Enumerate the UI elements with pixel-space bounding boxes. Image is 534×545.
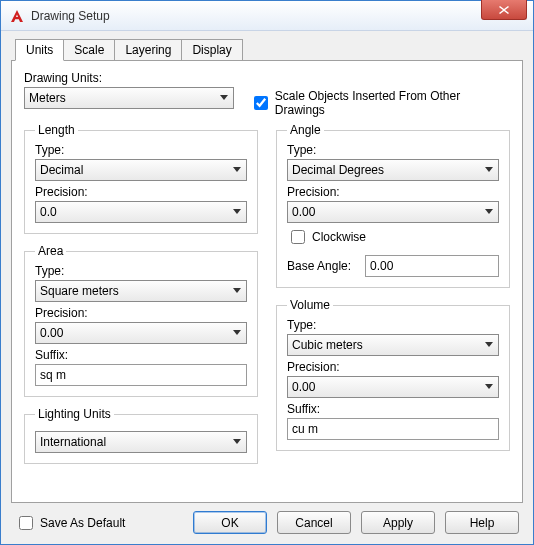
angle-legend: Angle	[287, 123, 324, 137]
length-group: Length Type: Decimal Precision: 0.0	[24, 123, 258, 234]
save-default-checkbox[interactable]: Save As Default	[15, 513, 125, 533]
volume-legend: Volume	[287, 298, 333, 312]
footer: Save As Default OK Cancel Apply Help	[11, 503, 523, 534]
volume-type-combo[interactable]: Cubic meters	[287, 334, 499, 356]
clockwise-input[interactable]	[291, 230, 305, 244]
angle-precision-combo[interactable]: 0.00	[287, 201, 499, 223]
right-column: Angle Type: Decimal Degrees Precision: 0…	[276, 123, 510, 464]
ok-button[interactable]: OK	[193, 511, 267, 534]
clockwise-checkbox[interactable]: Clockwise	[287, 227, 499, 247]
tab-layering[interactable]: Layering	[115, 39, 182, 61]
area-precision-label: Precision:	[35, 306, 247, 320]
tab-units[interactable]: Units	[15, 39, 64, 61]
base-angle-label: Base Angle:	[287, 259, 357, 273]
titlebar: Drawing Setup	[1, 1, 533, 31]
tab-panel-units: Drawing Units: Meters Scale Objects Inse…	[11, 60, 523, 503]
lighting-group: Lighting Units International	[24, 407, 258, 464]
volume-type-label: Type:	[287, 318, 499, 332]
volume-suffix-label: Suffix:	[287, 402, 499, 416]
clockwise-label: Clockwise	[312, 230, 366, 244]
volume-suffix-input[interactable]	[287, 418, 499, 440]
client-area: Units Scale Layering Display Drawing Uni…	[1, 31, 533, 544]
length-precision-label: Precision:	[35, 185, 247, 199]
tab-scale[interactable]: Scale	[64, 39, 115, 61]
base-angle-input[interactable]	[365, 255, 499, 277]
tab-strip: Units Scale Layering Display	[11, 39, 523, 61]
area-group: Area Type: Square meters Precision: 0.00…	[24, 244, 258, 397]
scale-objects-input[interactable]	[254, 96, 268, 110]
area-suffix-input[interactable]	[35, 364, 247, 386]
length-type-label: Type:	[35, 143, 247, 157]
lighting-legend: Lighting Units	[35, 407, 114, 421]
drawing-units-combo[interactable]: Meters	[24, 87, 234, 109]
volume-precision-label: Precision:	[287, 360, 499, 374]
angle-type-label: Type:	[287, 143, 499, 157]
length-type-combo[interactable]: Decimal	[35, 159, 247, 181]
dialog-window: Drawing Setup Units Scale Layering Displ…	[0, 0, 534, 545]
scale-objects-label: Scale Objects Inserted From Other Drawin…	[275, 89, 510, 117]
angle-precision-label: Precision:	[287, 185, 499, 199]
angle-type-combo[interactable]: Decimal Degrees	[287, 159, 499, 181]
help-button[interactable]: Help	[445, 511, 519, 534]
length-precision-combo[interactable]: 0.0	[35, 201, 247, 223]
volume-precision-combo[interactable]: 0.00	[287, 376, 499, 398]
save-default-label: Save As Default	[40, 516, 125, 530]
area-type-label: Type:	[35, 264, 247, 278]
lighting-combo[interactable]: International	[35, 431, 247, 453]
cancel-button[interactable]: Cancel	[277, 511, 351, 534]
area-type-combo[interactable]: Square meters	[35, 280, 247, 302]
area-suffix-label: Suffix:	[35, 348, 247, 362]
length-legend: Length	[35, 123, 78, 137]
tab-display[interactable]: Display	[182, 39, 242, 61]
area-legend: Area	[35, 244, 66, 258]
volume-group: Volume Type: Cubic meters Precision: 0.0…	[276, 298, 510, 451]
close-button[interactable]	[481, 0, 527, 20]
save-default-input[interactable]	[19, 516, 33, 530]
scale-objects-checkbox[interactable]: Scale Objects Inserted From Other Drawin…	[250, 89, 510, 117]
area-precision-combo[interactable]: 0.00	[35, 322, 247, 344]
apply-button[interactable]: Apply	[361, 511, 435, 534]
angle-group: Angle Type: Decimal Degrees Precision: 0…	[276, 123, 510, 288]
drawing-units-label: Drawing Units:	[24, 71, 234, 85]
left-column: Length Type: Decimal Precision: 0.0 Area…	[24, 123, 258, 464]
window-title: Drawing Setup	[31, 9, 110, 23]
app-icon	[9, 8, 25, 24]
